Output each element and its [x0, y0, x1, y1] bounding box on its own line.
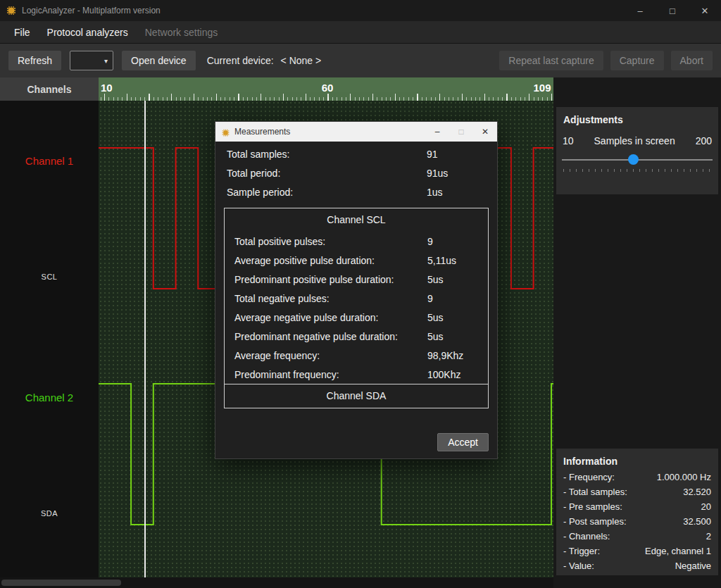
measurement-value: 5,11us — [427, 255, 456, 266]
measurement-value: 98,9Khz — [427, 350, 463, 361]
measurement-label: Predominant frequency: — [234, 369, 339, 380]
measurement-value: 5us — [427, 274, 444, 285]
measurement-value: 9 — [427, 293, 433, 304]
measurement-value: 5us — [427, 312, 444, 323]
samples-max-value: 200 — [696, 135, 712, 146]
menu-file[interactable]: File — [6, 23, 39, 42]
dialog-app-icon — [221, 127, 230, 137]
measurement-value: 100Khz — [427, 369, 460, 380]
capture-button[interactable]: Capture — [610, 51, 664, 70]
window-controls: – □ ✕ — [624, 0, 721, 21]
dialog-controls: – □ ✕ — [425, 122, 497, 142]
info-value: Edge, channel 1 — [645, 544, 711, 558]
info-row-frequency: - Frequency: 1.000.000 Hz — [563, 470, 711, 484]
device-select[interactable]: ▾ — [70, 51, 113, 70]
channel-scl-title: Channel SCL — [225, 208, 488, 232]
open-device-button[interactable]: Open device — [122, 51, 196, 70]
menu-protocol-analyzers[interactable]: Protocol analyzers — [39, 23, 137, 42]
dialog-minimize-button[interactable]: – — [425, 122, 449, 142]
measurement-row: Sample period: 1us — [215, 182, 497, 201]
info-row-trigger: - Trigger: Edge, channel 1 — [563, 544, 711, 558]
info-row-total-samples: - Total samples: 32.520 — [563, 484, 711, 499]
minimize-button[interactable]: – — [624, 0, 656, 21]
measurement-row: Total samples: 91 — [215, 144, 497, 163]
info-label: - Pre samples: — [563, 499, 622, 514]
maximize-button[interactable]: □ — [656, 0, 689, 21]
adjustments-title: Adjustments — [556, 107, 718, 125]
samples-in-screen-label: Samples in screen — [594, 135, 675, 146]
measurement-row: Predominant positive pulse duration: 5us — [225, 270, 488, 289]
current-device-value: < None > — [281, 55, 322, 66]
dialog-close-button[interactable]: ✕ — [473, 122, 497, 142]
toolbar: Refresh ▾ Open device Current device: < … — [0, 44, 721, 77]
information-title: Information — [556, 449, 718, 467]
info-label: - Frequency: — [563, 470, 615, 484]
info-label: - Trigger: — [563, 544, 600, 558]
measurement-value: 1us — [427, 187, 443, 198]
samples-min-value: 10 — [563, 135, 574, 146]
channel-2-name: Channel 2 — [0, 392, 99, 404]
measurement-label: Total period: — [227, 168, 280, 179]
samples-slider-thumb[interactable] — [628, 154, 639, 165]
capture-buttons: Repeat last capture Capture Abort — [492, 51, 713, 70]
measurement-row: Total negative pulses: 9 — [225, 289, 488, 308]
info-value: Negative — [675, 558, 711, 573]
measurement-row: Total period: 91us — [215, 163, 497, 182]
window-title: LogicAnalyzer - Multiplatform version — [22, 6, 161, 15]
info-row-channels: - Channels: 2 — [563, 529, 711, 544]
measurement-label: Predominant negative pulse duration: — [234, 331, 398, 342]
measurement-row: Average frequency: 98,9Khz — [225, 346, 488, 365]
current-device-label: Current device: — [207, 55, 274, 66]
channel-sda-section: Channel SDA — [224, 384, 489, 408]
measurement-row: Total positive pulses: 9 — [225, 232, 488, 251]
measurement-row: Predominant frequency: 100Khz — [225, 365, 488, 384]
measurements-dialog: Measurements – □ ✕ Total samples: 91 Tot… — [215, 121, 498, 459]
titlebar: LogicAnalyzer - Multiplatform version – … — [0, 0, 721, 21]
dialog-titlebar: Measurements – □ ✕ — [215, 122, 497, 142]
info-row-post-samples: - Post samples: 32.500 — [563, 514, 711, 529]
information-rows: - Frequency: 1.000.000 Hz - Total sample… — [556, 467, 718, 573]
menu-network-settings: Network settings — [137, 23, 226, 42]
measurement-value: 91us — [427, 168, 448, 179]
horizontal-scrollbar-thumb[interactable] — [1, 580, 121, 586]
measurement-row: Predominant negative pulse duration: 5us — [225, 327, 488, 346]
accept-button[interactable]: Accept — [437, 433, 489, 451]
channel-sda-title: Channel SDA — [225, 384, 488, 408]
info-label: - Post samples: — [563, 514, 627, 529]
info-value: 32.500 — [683, 514, 711, 529]
trigger-line — [144, 101, 146, 577]
samples-slider-ticks — [563, 169, 711, 172]
measurement-label: Average positive pulse duration: — [234, 255, 375, 266]
channel-2-signal: SDA — [0, 509, 99, 518]
measurement-label: Total positive pulses: — [234, 236, 325, 247]
info-value: 2 — [706, 529, 711, 544]
samples-in-screen-row: 10 Samples in screen 200 — [556, 125, 718, 146]
close-button[interactable]: ✕ — [689, 0, 721, 21]
info-value: 20 — [701, 499, 711, 514]
info-value: 32.520 — [683, 484, 711, 499]
repeat-last-capture-button[interactable]: Repeat last capture — [499, 51, 603, 70]
measurement-label: Average negative pulse duration: — [234, 312, 378, 323]
abort-button[interactable]: Abort — [671, 51, 713, 70]
measurement-row: Average negative pulse duration: 5us — [225, 308, 488, 327]
refresh-button[interactable]: Refresh — [8, 51, 61, 70]
dialog-body: Total samples: 91 Total period: 91us Sam… — [215, 142, 497, 458]
ruler-row: Channels 10 60 109 — [0, 77, 553, 101]
info-label: - Channels: — [563, 529, 610, 544]
info-row-value: - Value: Negative — [563, 558, 711, 573]
info-label: - Total samples: — [563, 484, 627, 499]
ruler-tick-start: 10 — [101, 82, 113, 94]
info-label: - Value: — [563, 558, 594, 573]
measurement-label: Total negative pulses: — [234, 293, 330, 304]
menubar: File Protocol analyzers Network settings — [0, 21, 721, 44]
horizontal-scrollbar[interactable] — [0, 577, 553, 588]
adjustments-panel: Adjustments 10 Samples in screen 200 — [556, 107, 718, 194]
measurement-value: 5us — [427, 331, 444, 342]
info-value: 1.000.000 Hz — [657, 470, 711, 484]
measurement-label: Sample period: — [227, 187, 293, 198]
information-panel: Information - Frequency: 1.000.000 Hz - … — [556, 449, 718, 575]
sample-ruler: 10 60 109 — [99, 77, 553, 101]
channel-scl-section: Channel SCL Total positive pulses: 9 Ave… — [224, 208, 489, 384]
channels-header: Channels — [0, 77, 99, 101]
samples-slider[interactable] — [562, 154, 713, 166]
